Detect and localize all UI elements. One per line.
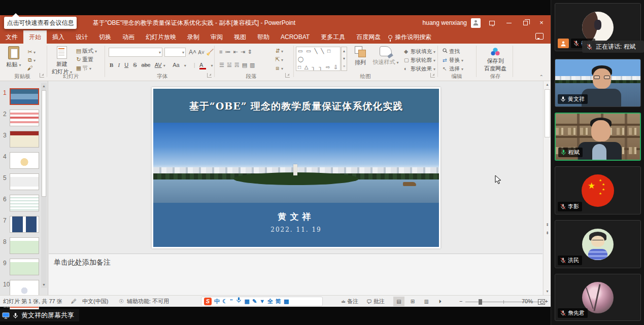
participant-tile[interactable]: 黄文祥 xyxy=(555,59,641,107)
tab-view[interactable]: 视图 xyxy=(228,30,252,44)
shadow-button[interactable]: abc xyxy=(142,62,151,68)
shapes-gallery[interactable]: ▭ ▭ ╲ ╲ □ ◯□ △ ┐ ┐ ⇨ ⇩▱ ⌒ ∿ ～ { } xyxy=(296,47,341,71)
shape-outline-button[interactable]: ▢形状轮廓 ▾ xyxy=(404,56,435,64)
tab-acrobat[interactable]: ACROBAT xyxy=(275,30,315,44)
ribbon-display-options-button[interactable] xyxy=(484,15,500,30)
notes-placeholder[interactable]: 单击此处添加备注 xyxy=(54,258,111,267)
ime-chinese-mode[interactable]: 中 xyxy=(214,297,220,306)
zoom-level[interactable]: 70% xyxy=(522,296,533,307)
shapes-gallery-scroll[interactable]: ▲▼≡ xyxy=(341,47,347,71)
reading-view-button[interactable]: ▥ xyxy=(421,297,432,306)
tab-slideshow[interactable]: 幻灯片放映 xyxy=(140,30,182,44)
thumbnails-scrollbar[interactable]: ▲ ▼ xyxy=(41,83,47,288)
scroll-up-icon[interactable]: ▲ xyxy=(544,81,551,88)
tab-home[interactable]: 开始 xyxy=(23,30,47,44)
select-button[interactable]: ↖选择 ▾ xyxy=(443,64,463,73)
scroll-down-icon[interactable]: ▼ xyxy=(41,282,47,288)
save-to-baidu-button[interactable]: 保存到 百度网盘 xyxy=(481,46,510,73)
account-avatar[interactable] xyxy=(471,18,481,28)
replace-button[interactable]: ⇄替换 ▾ xyxy=(443,56,463,64)
strikethrough-button[interactable]: S xyxy=(133,62,137,68)
slide-counter[interactable]: 幻灯片 第 1 张, 共 77 张 xyxy=(3,296,62,307)
zoom-slider-knob[interactable] xyxy=(479,299,482,305)
ime-toolbox-icon[interactable]: ▩ xyxy=(284,297,289,306)
thumbnail-item[interactable]: 9 xyxy=(0,259,41,278)
normal-view-button[interactable]: ▤ xyxy=(393,297,404,306)
arrange-button[interactable]: 排列 xyxy=(351,46,369,66)
thumbnail-item[interactable]: 3 xyxy=(0,131,41,150)
thumbnail-item[interactable]: 6 xyxy=(0,195,41,214)
slideshow-view-button[interactable]: ⏵ xyxy=(434,297,446,306)
scroll-down-icon[interactable]: ▼ xyxy=(544,288,551,295)
thumbnail-item[interactable]: 5 xyxy=(0,173,41,193)
shape-effects-button[interactable]: ◐形状效果 ▾ xyxy=(404,64,435,73)
paragraph-align-buttons[interactable]: ☰☱☴▤▥ xyxy=(219,61,257,69)
section-button[interactable]: ▦节 ▾ xyxy=(75,64,91,72)
ime-simplified-mode[interactable]: 简 xyxy=(276,297,281,306)
reset-button[interactable]: ↻重置 xyxy=(75,55,93,63)
comments-toggle-button[interactable]: 🗩 批注 xyxy=(366,296,385,307)
restore-button[interactable] xyxy=(517,15,533,30)
bold-button[interactable]: B xyxy=(110,62,113,68)
collapse-ribbon-button[interactable]: ⌃ xyxy=(539,74,544,80)
language-status[interactable]: 中文(中国) xyxy=(82,296,108,307)
tab-baidu-netdisk[interactable]: 百度网盘 xyxy=(351,30,386,44)
clipboard-dialog-launcher[interactable] xyxy=(40,73,44,78)
tab-record[interactable]: 录制 xyxy=(182,30,205,44)
tab-file[interactable]: 文件 xyxy=(0,30,23,44)
copy-button[interactable]: ⧉▾ xyxy=(26,56,36,64)
slide-canvas[interactable]: 基于“OBE” 理念的教学质量保证体系优化实践 黄文祥 2022. 11. 19 xyxy=(152,87,440,248)
tab-animations[interactable]: 动画 xyxy=(117,30,140,44)
italic-button[interactable]: I xyxy=(118,62,120,68)
zoom-in-button[interactable]: + xyxy=(545,298,548,304)
screen-share-bar[interactable]: 黄文祥的屏幕共享 xyxy=(0,309,79,321)
meeting-tooltip[interactable]: 点击可快速查看会议信息 xyxy=(4,17,77,29)
thumbnail-slide-1[interactable] xyxy=(10,88,39,105)
quick-styles-button[interactable]: 快速样式 ▾ xyxy=(371,46,400,66)
spellcheck-icon[interactable]: 🖉 xyxy=(71,296,77,307)
zoom-out-button[interactable]: − xyxy=(459,298,462,304)
ime-halfwidth-icon[interactable]: ☾ xyxy=(222,297,227,306)
participant-tile[interactable]: 詹先君 xyxy=(555,274,641,321)
scroll-up-icon[interactable]: ▲ xyxy=(41,83,47,89)
thumbnail-slide-2[interactable] xyxy=(10,110,39,126)
editor-scroll-thumb[interactable] xyxy=(545,89,550,137)
paragraph-dialog-launcher[interactable] xyxy=(285,73,290,78)
thumbnail-slide-6[interactable] xyxy=(10,195,39,211)
underline-button[interactable]: U xyxy=(124,62,128,68)
tab-more-tools[interactable]: 更多工具 xyxy=(315,30,351,44)
format-painter-button[interactable]: 🖌 xyxy=(26,64,33,72)
thumbnail-slide-10[interactable] xyxy=(10,280,39,297)
thumbnail-slide-7[interactable] xyxy=(10,216,39,233)
thumbnail-slide-3[interactable] xyxy=(10,131,39,148)
slide-sorter-view-button[interactable]: ⊞ xyxy=(407,297,418,306)
font-size-select[interactable]: ▾ xyxy=(164,48,186,57)
smartart-button[interactable]: ⧈▾ xyxy=(274,64,283,72)
ime-fullwidth-mode[interactable]: 全 xyxy=(267,297,273,306)
participant-tile[interactable]: 洪民 xyxy=(555,220,641,268)
thumbnails-scroll-thumb[interactable] xyxy=(42,90,46,197)
minimize-button[interactable] xyxy=(501,15,517,30)
change-case-button[interactable]: Aa ▾ xyxy=(173,62,189,68)
tab-review[interactable]: 审阅 xyxy=(205,30,228,44)
ime-handwriting-icon[interactable]: ✎ xyxy=(252,297,257,306)
participant-tile[interactable]: ★ ★ ★ ★ ★ 李影 xyxy=(555,166,641,214)
participant-tile-speaking[interactable]: 程斌 xyxy=(555,113,641,161)
tab-insert[interactable]: 插入 xyxy=(47,30,70,44)
previous-slide-button[interactable]: ⇞ xyxy=(544,221,551,229)
comments-panel-icon[interactable] xyxy=(535,33,544,40)
thumbnail-slide-4[interactable] xyxy=(10,152,39,169)
next-slide-button[interactable]: ⇟ xyxy=(544,229,551,237)
thumbnail-slide-5[interactable] xyxy=(10,173,39,190)
ime-toolbar[interactable]: S 中 ☾ ’’ ▦ ✎ ▼ 全 简 ▩ xyxy=(201,297,323,306)
drawing-dialog-launcher[interactable] xyxy=(430,73,435,78)
thumbnail-item[interactable]: 7 xyxy=(0,216,41,235)
grow-shrink-font[interactable]: A˄ A˅ 🧹 xyxy=(189,48,214,56)
notes-pane[interactable]: 单击此处添加备注 xyxy=(49,254,543,295)
shape-fill-button[interactable]: ◆形状填充 ▾ xyxy=(404,47,435,56)
find-button[interactable]: 查找 xyxy=(443,47,460,56)
ime-punctuation-icon[interactable]: ’’ xyxy=(230,297,233,306)
fit-to-window-button[interactable] xyxy=(538,296,545,307)
notes-toggle-button[interactable]: ≐ 备注 xyxy=(341,296,358,307)
text-direction-button[interactable]: ⇵▾ xyxy=(274,47,283,55)
